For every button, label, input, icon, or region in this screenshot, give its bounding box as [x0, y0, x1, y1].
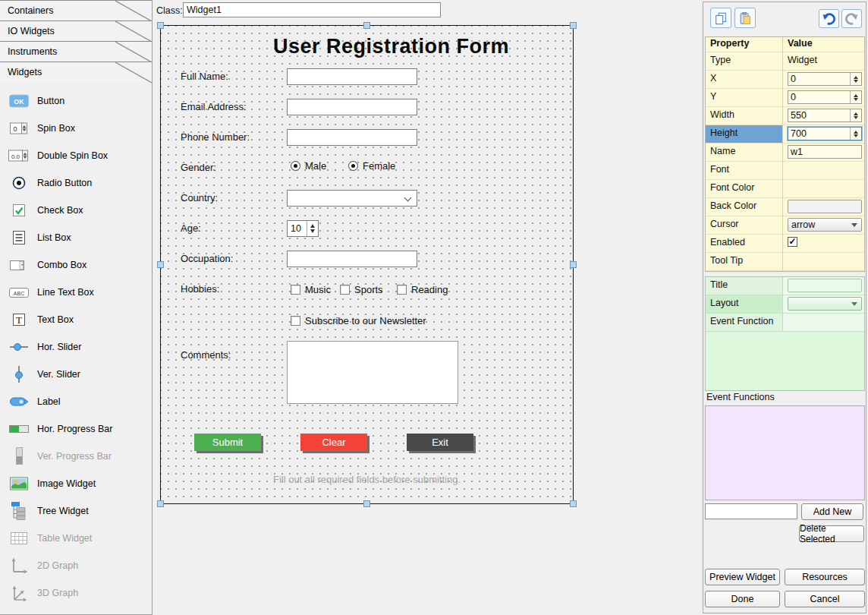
prop-row-width[interactable]: Width — [706, 107, 783, 125]
spin-down-icon[interactable] — [854, 134, 858, 137]
cancel-button[interactable]: Cancel — [785, 591, 865, 607]
selection-handle-top-right[interactable] — [570, 22, 577, 29]
prop-row-name[interactable]: Name — [706, 144, 783, 162]
palette-item-line-text-box[interactable]: ABC Line Text Box — [0, 279, 152, 306]
palette-item-ver-slider[interactable]: Ver. Slider — [0, 361, 152, 388]
y-spinbox[interactable]: 0 — [788, 90, 862, 104]
hobby-sports[interactable]: Sports — [340, 284, 383, 295]
x-spinbox[interactable]: 0 — [788, 72, 862, 86]
preview-widget-button[interactable]: Preview Widget — [705, 569, 780, 585]
form-title[interactable]: User Registration Form — [161, 35, 573, 58]
font-color-value[interactable] — [783, 180, 864, 198]
spin-down-icon[interactable] — [854, 116, 858, 119]
country-combobox[interactable] — [287, 190, 417, 207]
spin-down-icon[interactable] — [854, 98, 858, 101]
event-functions-list[interactable] — [705, 405, 865, 500]
prop-row-type[interactable]: Type — [706, 52, 783, 71]
phone-input[interactable] — [287, 129, 417, 146]
back-color-swatch[interactable] — [788, 200, 862, 213]
palette-item-double-spin-box[interactable]: 0.0 Double Spin Box — [0, 142, 152, 169]
spin-up-icon[interactable] — [310, 224, 315, 228]
sidebar-section-instruments[interactable]: Instruments — [0, 41, 152, 62]
reading-checkbox-icon[interactable] — [397, 285, 407, 295]
undo-button[interactable] — [819, 9, 839, 28]
hobby-music[interactable]: Music — [291, 284, 331, 295]
font-value[interactable] — [783, 162, 864, 180]
width-spinbox[interactable]: 550 — [788, 109, 862, 122]
gender-option-male[interactable]: Male — [291, 160, 326, 172]
palette-item-list-box[interactable]: List Box — [0, 224, 152, 251]
selection-handle-top-middle[interactable] — [363, 22, 370, 29]
prop-row-enabled[interactable]: Enabled — [706, 235, 783, 253]
exit-button[interactable]: Exit — [407, 434, 473, 451]
prop-row-layout[interactable]: Layout — [706, 295, 783, 314]
event-function-value[interactable] — [783, 314, 864, 332]
occupation-input[interactable] — [287, 251, 417, 267]
done-button[interactable]: Done — [705, 591, 780, 607]
copy-button[interactable] — [710, 8, 731, 28]
prop-row-title[interactable]: Title — [706, 277, 783, 295]
title-input[interactable] — [788, 279, 862, 292]
spin-arrows[interactable] — [850, 91, 861, 103]
spin-up-icon[interactable] — [854, 76, 858, 79]
palette-item-button[interactable]: OK Button — [0, 87, 152, 115]
palette-item-image-widget[interactable]: Image Widget — [0, 470, 152, 497]
spin-arrows[interactable] — [850, 109, 861, 121]
spin-arrows[interactable] — [850, 73, 861, 85]
resources-button[interactable]: Resources — [785, 569, 865, 585]
selection-handle-bottom-middle[interactable] — [363, 500, 370, 507]
prop-row-x[interactable]: X — [706, 71, 783, 89]
prop-row-y[interactable]: Y — [706, 89, 783, 107]
prop-row-event-function[interactable]: Event Function — [706, 314, 783, 332]
design-canvas[interactable]: User Registration Form Full Name: Email … — [160, 25, 574, 504]
sidebar-section-containers[interactable]: Containers — [0, 0, 152, 20]
prop-row-height-selected[interactable]: Height — [706, 125, 783, 144]
comments-textarea[interactable] — [287, 341, 458, 404]
tool-tip-value[interactable] — [783, 253, 864, 271]
spin-arrows[interactable] — [850, 128, 861, 140]
age-spinbox[interactable]: 10 — [287, 220, 319, 237]
full-name-input[interactable] — [287, 68, 417, 85]
submit-button[interactable]: Submit — [194, 434, 261, 451]
delete-selected-button[interactable]: Delete Selected — [799, 525, 864, 542]
hobby-reading[interactable]: Reading — [397, 284, 448, 295]
prop-row-font-color[interactable]: Font Color — [706, 180, 783, 198]
height-spinbox[interactable]: 700 — [788, 127, 862, 140]
subscribe-checkbox-icon[interactable] — [291, 316, 300, 326]
redo-button[interactable] — [841, 9, 862, 28]
selection-handle-top-left[interactable] — [157, 22, 164, 29]
gender-option-female[interactable]: Female — [348, 160, 395, 172]
selection-handle-bottom-right[interactable] — [570, 500, 577, 507]
cursor-dropdown[interactable]: arrow — [788, 218, 862, 232]
male-radio-icon[interactable] — [291, 161, 300, 171]
spin-arrows[interactable] — [307, 221, 318, 236]
add-new-button[interactable]: Add New — [801, 503, 863, 520]
layout-dropdown[interactable] — [788, 297, 862, 311]
palette-item-hor-progress-bar[interactable]: Hor. Progress Bar — [0, 415, 152, 443]
palette-item-spin-box[interactable]: 0 Spin Box — [0, 115, 152, 142]
palette-item-check-box[interactable]: Check Box — [0, 197, 152, 224]
subscribe-option[interactable]: Subscribe to our Newsletter — [291, 315, 426, 326]
prop-row-tool-tip[interactable]: Tool Tip — [706, 253, 783, 271]
sidebar-section-widgets[interactable]: Widgets — [0, 62, 152, 82]
enabled-checkbox[interactable]: ✓ — [788, 237, 797, 247]
selection-handle-middle-left[interactable] — [157, 261, 164, 268]
palette-item-tree-widget[interactable]: Tree Widget — [0, 497, 152, 525]
paste-button[interactable] — [734, 8, 756, 28]
palette-item-hor-slider[interactable]: Hor. Slider — [0, 333, 152, 361]
spin-down-icon[interactable] — [310, 229, 315, 233]
spin-down-icon[interactable] — [854, 80, 858, 83]
prop-row-font[interactable]: Font — [706, 162, 783, 180]
prop-row-cursor[interactable]: Cursor — [706, 216, 783, 235]
name-input[interactable]: w1 — [788, 145, 862, 159]
music-checkbox-icon[interactable] — [291, 285, 300, 295]
sidebar-section-io-widgets[interactable]: IO Widgets — [0, 20, 152, 41]
palette-item-text-box[interactable]: T Text Box — [0, 306, 152, 333]
palette-item-combo-box[interactable]: Combo Box — [0, 251, 152, 279]
spin-up-icon[interactable] — [854, 131, 858, 134]
clear-button[interactable]: Clear — [300, 434, 367, 451]
spin-up-icon[interactable] — [854, 112, 858, 115]
prop-row-back-color[interactable]: Back Color — [706, 198, 783, 216]
email-input[interactable] — [287, 99, 417, 115]
spin-up-icon[interactable] — [854, 94, 858, 97]
